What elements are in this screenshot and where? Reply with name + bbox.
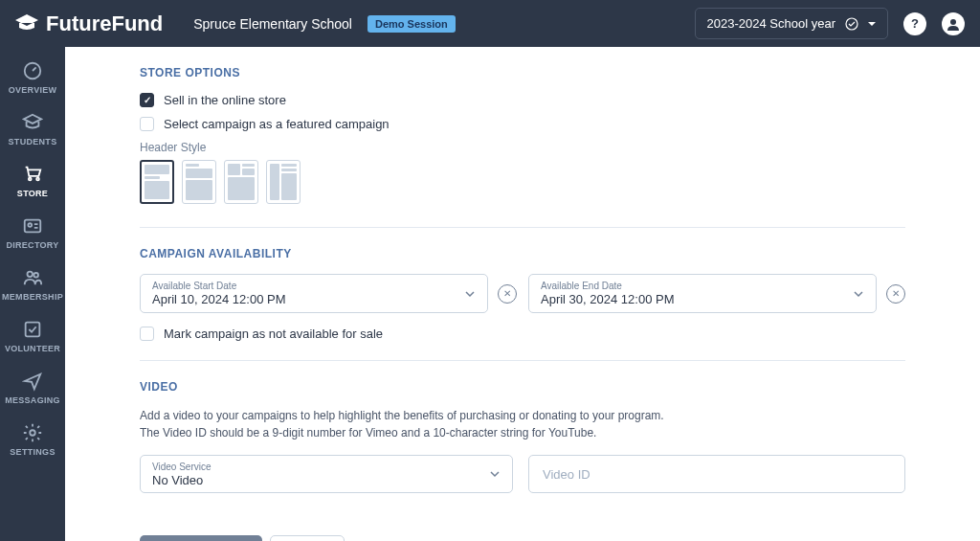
checkbox-icon [140, 327, 154, 341]
not-available-checkbox[interactable]: Mark campaign as not available for sale [140, 327, 905, 341]
svg-point-8 [30, 430, 35, 436]
sidebar-label: STORE [17, 189, 48, 198]
logo-text: FutureFund [46, 11, 163, 36]
send-icon [22, 371, 43, 392]
sidebar-label: STUDENTS [9, 137, 57, 147]
video-service-value: No Video [152, 473, 203, 487]
svg-rect-7 [26, 323, 40, 337]
id-icon [22, 215, 43, 237]
sidebar-label: MESSAGING [5, 395, 60, 405]
sidebar-item-overview[interactable]: OVERVIEW [0, 56, 65, 99]
app-header: FutureFund Spruce Elementary School Demo… [0, 0, 980, 47]
start-date-field[interactable]: Available Start Date April 10, 2024 12:0… [140, 274, 488, 313]
check-circle-icon [845, 17, 858, 31]
year-label: 2023-2024 School year [707, 16, 835, 31]
svg-point-4 [28, 223, 32, 227]
clear-start-date[interactable]: ✕ [498, 284, 517, 304]
video-service-label: Video Service [152, 462, 489, 472]
school-name: Spruce Elementary School [193, 16, 352, 32]
chevron-down-icon [464, 288, 476, 300]
not-available-label: Mark campaign as not available for sale [164, 327, 383, 341]
header-style-4[interactable] [266, 160, 301, 204]
header-style-1[interactable] [140, 160, 174, 204]
build-campaign-button[interactable]: Build Campaign [140, 535, 262, 541]
svg-point-1 [950, 19, 956, 25]
video-title: VIDEO [140, 380, 905, 394]
featured-checkbox[interactable]: Select campaign as a featured campaign [140, 117, 905, 131]
sell-online-checkbox[interactable]: Sell in the online store [140, 93, 905, 107]
svg-point-6 [33, 273, 38, 278]
sidebar-item-membership[interactable]: MEMBERSHIP [0, 263, 65, 305]
sidebar-label: SETTINGS [10, 447, 55, 457]
video-service-field[interactable]: Video Service No Video [140, 455, 513, 493]
checkbox-icon [140, 93, 154, 107]
sell-online-label: Sell in the online store [164, 93, 286, 107]
year-selector[interactable]: 2023-2024 School year [695, 8, 888, 39]
check-square-icon [22, 319, 43, 340]
video-id-placeholder: Video ID [543, 467, 590, 482]
featured-label: Select campaign as a featured campaign [164, 117, 390, 131]
user-icon [947, 17, 960, 31]
users-icon [22, 267, 43, 288]
header-style-2[interactable] [182, 160, 216, 204]
header-style-label: Header Style [140, 141, 905, 154]
clear-end-date[interactable]: ✕ [886, 284, 905, 304]
user-avatar[interactable] [942, 12, 965, 35]
logo[interactable]: FutureFund [15, 11, 163, 36]
help-button[interactable]: ? [903, 12, 926, 35]
sidebar-item-students[interactable]: STUDENTS [0, 108, 65, 150]
sidebar-label: DIRECTORY [6, 240, 58, 250]
availability-title: CAMPAIGN AVAILABILITY [140, 247, 905, 260]
sidebar-item-messaging[interactable]: MESSAGING [0, 367, 65, 409]
graduation-cap-icon [15, 14, 38, 34]
caret-down-icon [868, 20, 876, 28]
demo-badge: Demo Session [368, 15, 456, 33]
header-style-3[interactable] [224, 160, 258, 204]
svg-rect-3 [25, 220, 41, 233]
end-date-value: April 30, 2024 12:00 PM [541, 292, 674, 306]
checkbox-icon [140, 117, 154, 131]
sidebar-label: OVERVIEW [9, 85, 57, 95]
end-date-label: Available End Date [541, 281, 853, 291]
sidebar-item-settings[interactable]: SETTINGS [0, 418, 65, 461]
chevron-down-icon [489, 468, 501, 480]
sidebar-item-store[interactable]: STORE [0, 160, 65, 202]
cart-icon [22, 164, 43, 185]
gear-icon [22, 422, 43, 443]
chevron-down-icon [853, 288, 864, 300]
graduation-icon [22, 112, 43, 133]
svg-point-0 [846, 18, 858, 30]
gauge-icon [22, 60, 43, 81]
sidebar-item-volunteer[interactable]: VOLUNTEER [0, 315, 65, 357]
start-date-value: April 10, 2024 12:00 PM [152, 292, 285, 306]
sidebar-label: MEMBERSHIP [2, 292, 63, 302]
video-id-input[interactable]: Video ID [528, 455, 905, 493]
header-style-group [140, 160, 905, 204]
svg-point-5 [28, 272, 33, 278]
sidebar-item-directory[interactable]: DIRECTORY [0, 212, 65, 254]
end-date-field[interactable]: Available End Date April 30, 2024 12:00 … [528, 274, 877, 313]
sidebar-label: VOLUNTEER [5, 344, 60, 353]
main-content: STORE OPTIONS Sell in the online store S… [65, 47, 980, 541]
sidebar: OVERVIEW STUDENTS STORE DIRECTORY MEMBER… [0, 47, 65, 541]
cancel-button[interactable]: Cancel [270, 535, 345, 541]
store-options-title: STORE OPTIONS [140, 66, 905, 79]
start-date-label: Available Start Date [152, 281, 464, 291]
video-desc: Add a video to your campaigns to help hi… [140, 407, 685, 441]
